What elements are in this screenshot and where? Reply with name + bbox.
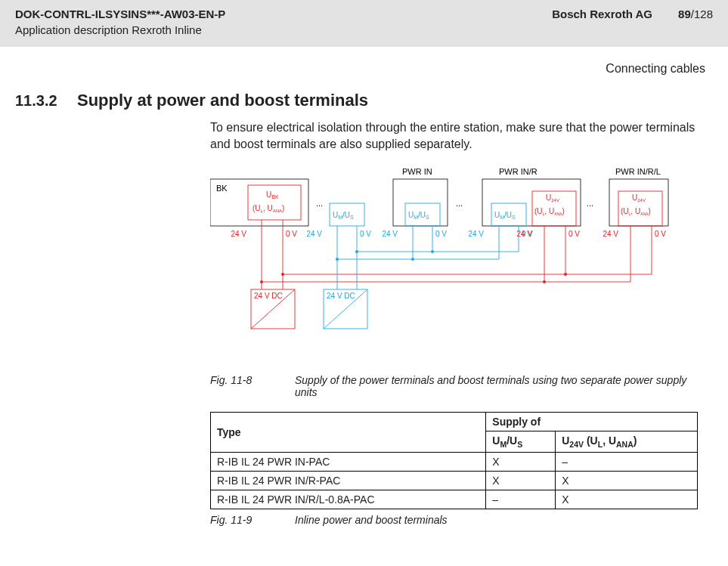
- section-number: 11.3.2: [15, 92, 77, 110]
- th-umus: UM/US: [486, 431, 556, 453]
- cell-c1: X: [486, 452, 556, 471]
- figure-11-9-caption: Fig. 11-9 Inline power and boost termina…: [210, 514, 698, 526]
- caption-label-1: Fig. 11-8: [210, 374, 295, 398]
- v24-m3: 24 V: [468, 230, 484, 238]
- svg-point-29: [564, 273, 567, 276]
- u-bk-label: UBK: [266, 190, 279, 199]
- v24-r1: 24 V: [516, 230, 532, 238]
- svg-rect-1: [248, 185, 301, 220]
- chapter-name: Connecting cables: [0, 47, 728, 83]
- ul-uana-label-bk: (UL, UANA): [252, 204, 284, 213]
- dots-2: ...: [456, 199, 463, 208]
- v24-m2: 24 V: [382, 230, 398, 238]
- u24v-label-2: U24V: [632, 193, 646, 203]
- bk-label: BK: [216, 184, 228, 193]
- v0-bk: 0 V: [286, 230, 297, 238]
- dots-1: ...: [316, 199, 323, 208]
- umus-label-2: UM/US: [408, 211, 429, 220]
- figure-11-8-caption: Fig. 11-8 Supply of the power terminals …: [210, 374, 698, 398]
- cell-c2: X: [556, 471, 698, 490]
- svg-point-32: [355, 250, 358, 253]
- th-supply: Supply of: [486, 413, 698, 431]
- company-name: Bosch Rexroth AG: [552, 8, 652, 20]
- table-row: R-IB IL 24 PWR IN/R/L-0.8A-PAC – X: [211, 490, 698, 509]
- v0-r1: 0 V: [568, 230, 580, 238]
- svg-point-27: [543, 280, 546, 283]
- supply-table: Type Supply of UM/US U24V (UL, UANA) R-I…: [210, 412, 698, 509]
- ul-uana-label-1: (UL, UANA): [534, 207, 565, 216]
- th-u24v: U24V (UL, UANA): [556, 431, 698, 453]
- page-total: /128: [691, 8, 713, 20]
- psu-red-label: 24 V DC: [254, 292, 283, 300]
- svg-point-30: [336, 258, 339, 261]
- umus-label-3: UM/US: [494, 211, 516, 220]
- cell-type: R-IB IL 24 PWR IN-PAC: [211, 452, 486, 471]
- v0-r2: 0 V: [655, 230, 666, 238]
- pwr-in-label: PWR IN: [402, 167, 432, 176]
- dots-3: ...: [587, 199, 593, 208]
- v24-m1: 24 V: [306, 230, 322, 238]
- caption-text-2: Inline power and boost terminals: [295, 514, 448, 526]
- section-title: Supply at power and boost terminals: [77, 91, 368, 110]
- caption-text-1: Supply of the power terminals and boost …: [295, 374, 698, 398]
- v24-bk: 24 V: [231, 230, 246, 238]
- svg-point-31: [411, 258, 414, 261]
- svg-point-28: [281, 273, 284, 276]
- u24v-label-1: U24V: [546, 193, 559, 203]
- cell-c1: –: [486, 490, 556, 509]
- svg-point-26: [260, 280, 263, 283]
- table-row: R-IB IL 24 PWR IN/R-PAC X X: [211, 471, 698, 490]
- pwr-inrl-label: PWR IN/R/L: [615, 167, 661, 176]
- intro-paragraph: To ensure electrical isolation through t…: [210, 119, 698, 152]
- table-row: R-IB IL 24 PWR IN-PAC X –: [211, 452, 698, 471]
- v0-m2: 0 V: [435, 230, 447, 238]
- doc-subtitle: Application description Rexroth Inline: [15, 23, 713, 36]
- cell-c2: X: [556, 490, 698, 509]
- cell-c1: X: [486, 471, 556, 490]
- supply-diagram: BK UBK (UL, UANA) 24 V 0 V UM/US 24 V 0 …: [210, 162, 694, 367]
- psu-blue-label: 24 V DC: [327, 292, 355, 300]
- pwr-inr-label: PWR IN/R: [499, 167, 537, 176]
- cell-c2: –: [556, 452, 698, 471]
- cell-type: R-IB IL 24 PWR IN/R-PAC: [211, 471, 486, 490]
- cell-type: R-IB IL 24 PWR IN/R/L-0.8A-PAC: [211, 490, 486, 509]
- ul-uana-label-2: (UL, UANA): [621, 207, 651, 216]
- header-right: Bosch Rexroth AG 89/128: [552, 8, 713, 20]
- page-current: 89: [678, 8, 691, 20]
- v0-m1: 0 V: [360, 230, 371, 238]
- page-header: DOK-CONTRL-ILSYSINS***-AW03-EN-P Applica…: [0, 0, 728, 47]
- th-type: Type: [211, 413, 486, 453]
- caption-label-2: Fig. 11-9: [210, 514, 295, 526]
- svg-point-33: [431, 250, 434, 253]
- figure-11-8: BK UBK (UL, UANA) 24 V 0 V UM/US 24 V 0 …: [210, 162, 698, 367]
- v24-r2: 24 V: [603, 230, 618, 238]
- section-heading: 11.3.2 Supply at power and boost termina…: [0, 83, 728, 119]
- umus-label-1: UM/US: [333, 211, 354, 220]
- page-number: 89/128: [678, 8, 713, 20]
